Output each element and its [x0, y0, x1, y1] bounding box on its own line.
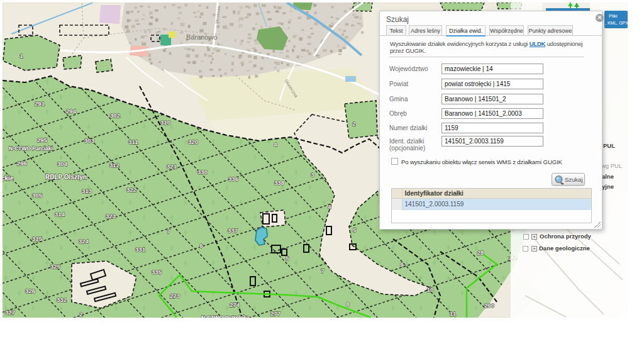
svg-text:336: 336 — [228, 175, 238, 182]
svg-text:277: 277 — [270, 310, 280, 317]
svg-text:28: 28 — [477, 249, 484, 256]
svg-text:313: 313 — [82, 187, 92, 194]
svg-text:312: 312 — [109, 162, 119, 169]
svg-text:335: 335 — [152, 269, 162, 275]
svg-text:320: 320 — [188, 138, 198, 145]
svg-text:310: 310 — [160, 119, 170, 126]
svg-text:311: 311 — [128, 138, 138, 145]
svg-text:4: 4 — [274, 141, 277, 148]
svg-text:6: 6 — [199, 242, 203, 249]
svg-text:302: 302 — [110, 112, 120, 119]
svg-text:274: 274 — [230, 301, 240, 308]
svg-text:295: 295 — [37, 136, 48, 143]
svg-text:314: 314 — [55, 211, 65, 218]
svg-text:332: 332 — [57, 296, 67, 303]
svg-text:11: 11 — [450, 310, 457, 317]
svg-text:10: 10 — [427, 286, 434, 293]
svg-text:7: 7 — [167, 228, 170, 235]
svg-text:ckie: ckie — [3, 175, 14, 182]
svg-text:305: 305 — [32, 192, 43, 199]
svg-text:296: 296 — [17, 160, 27, 167]
svg-text:327: 327 — [5, 309, 15, 316]
svg-text:RDLP Olsztyn: RDLP Olsztyn — [45, 174, 87, 181]
svg-text:330: 330 — [197, 169, 208, 175]
svg-text:338: 338 — [274, 179, 284, 186]
svg-text:326: 326 — [25, 287, 35, 294]
svg-text:324: 324 — [79, 238, 89, 245]
svg-text:331: 331 — [135, 246, 146, 253]
svg-text:291: 291 — [35, 100, 45, 107]
svg-text:4: 4 — [328, 203, 331, 210]
svg-text:5: 5 — [286, 255, 289, 262]
svg-text:N-CTWO Parciaki: N-CTWO Parciaki — [9, 145, 53, 152]
svg-text:294: 294 — [66, 108, 77, 114]
svg-text:303: 303 — [84, 137, 94, 144]
svg-text:304: 304 — [57, 160, 68, 167]
svg-text:323: 323 — [106, 213, 116, 220]
svg-text:Baranowo: Baranowo — [186, 33, 218, 41]
svg-text:337: 337 — [228, 227, 238, 234]
svg-text:7: 7 — [321, 267, 324, 274]
svg-text:8: 8 — [346, 301, 349, 308]
svg-text:322: 322 — [126, 186, 136, 193]
svg-text:2: 2 — [79, 311, 82, 318]
svg-text:N-CTWO Ostrołęka: N-CTWO Ostrołęka — [201, 314, 250, 318]
svg-text:9: 9 — [400, 261, 403, 268]
svg-text:2: 2 — [352, 120, 355, 127]
svg-text:315: 315 — [32, 235, 43, 242]
svg-text:290: 290 — [484, 302, 494, 309]
svg-text:273: 273 — [170, 292, 180, 299]
svg-text:1: 1 — [19, 52, 23, 59]
svg-text:3: 3 — [311, 171, 314, 178]
svg-text:325: 325 — [50, 263, 61, 270]
svg-text:5: 5 — [353, 226, 357, 233]
svg-text:321: 321 — [167, 163, 177, 170]
